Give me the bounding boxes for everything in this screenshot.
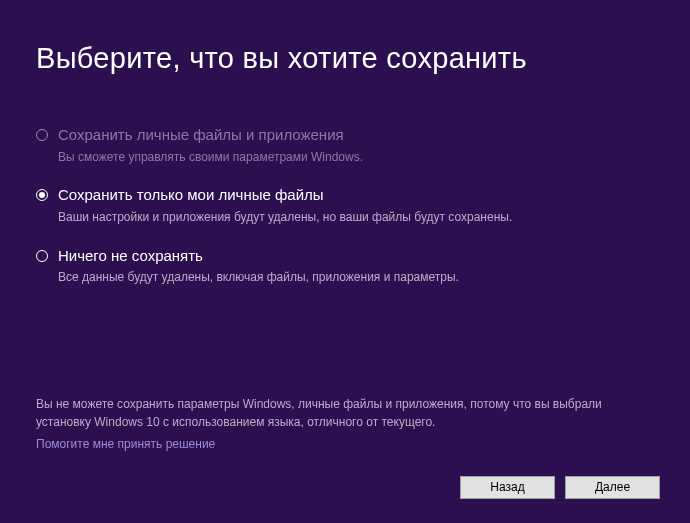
radio-icon (36, 189, 48, 201)
button-bar: Назад Далее (460, 476, 660, 499)
option-description: Все данные будут удалены, включая файлы,… (58, 269, 654, 286)
next-button[interactable]: Далее (565, 476, 660, 499)
option-description: Ваши настройки и приложения будут удален… (58, 209, 654, 226)
radio-icon (36, 250, 48, 262)
option-text: Ничего не сохранять Все данные будут уда… (58, 246, 654, 286)
option-text: Сохранить только мои личные файлы Ваши н… (58, 185, 654, 225)
option-keep-files-only[interactable]: Сохранить только мои личные файлы Ваши н… (36, 185, 654, 225)
option-label: Сохранить личные файлы и приложения (58, 125, 654, 145)
help-link[interactable]: Помогите мне принять решение (36, 437, 215, 451)
back-button[interactable]: Назад (460, 476, 555, 499)
option-text: Сохранить личные файлы и приложения Вы с… (58, 125, 654, 165)
option-label: Сохранить только мои личные файлы (58, 185, 654, 205)
option-label: Ничего не сохранять (58, 246, 654, 266)
options-group: Сохранить личные файлы и приложения Вы с… (36, 125, 654, 286)
option-keep-files-apps: Сохранить личные файлы и приложения Вы с… (36, 125, 654, 165)
option-description: Вы сможете управлять своими параметрами … (58, 149, 654, 166)
info-message: Вы не можете сохранить параметры Windows… (36, 395, 654, 431)
page-title: Выберите, что вы хотите сохранить (36, 42, 654, 75)
option-keep-nothing[interactable]: Ничего не сохранять Все данные будут уда… (36, 246, 654, 286)
radio-icon (36, 129, 48, 141)
